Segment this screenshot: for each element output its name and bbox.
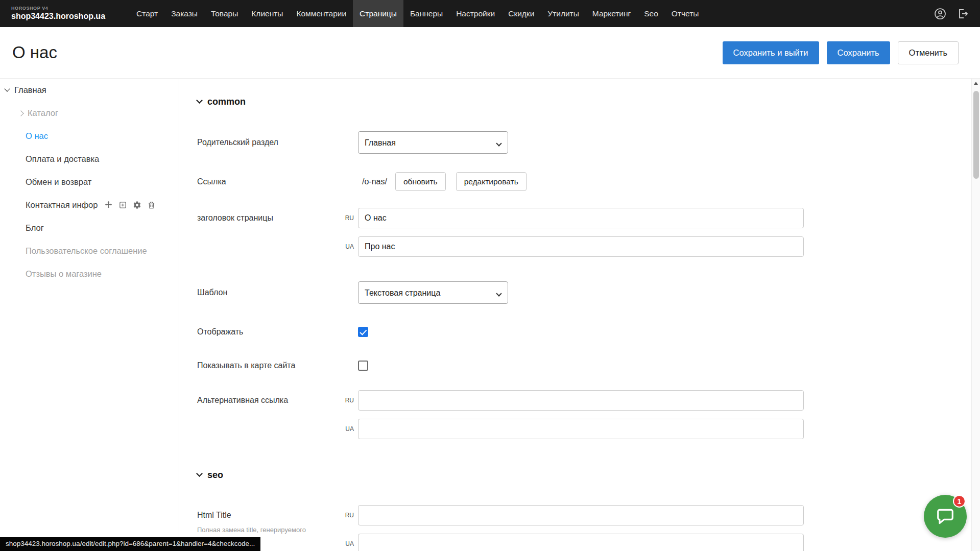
page-title-ru-input[interactable] — [358, 208, 804, 228]
sidebar-item-label: О нас — [26, 131, 48, 141]
link-label: Ссылка — [197, 177, 343, 186]
sidebar-item-label: Блог — [26, 223, 44, 233]
save-button[interactable]: Сохранить — [827, 41, 890, 64]
account-icon[interactable] — [934, 8, 946, 20]
template-select[interactable]: Текстовая страница — [358, 281, 508, 304]
section-common-label: common — [207, 97, 246, 107]
nav-item-orders[interactable]: Заказы — [164, 0, 204, 27]
status-url-tooltip: shop34423.horoshop.ua/edit/edit.php?id=6… — [0, 537, 260, 551]
nav-item-reports[interactable]: Отчеты — [665, 0, 706, 27]
brand-domain: shop34423.horoshop.ua — [11, 12, 105, 21]
page-header: О нас Сохранить и выйти Сохранить Отмени… — [0, 27, 980, 78]
nav-item-products[interactable]: Товары — [204, 0, 245, 27]
delete-icon[interactable] — [147, 201, 156, 209]
page-title-label: заголовок страницы — [197, 208, 343, 228]
sidebar-item-polzovatelskoe[interactable]: Пользовательское соглашение — [0, 239, 179, 262]
nav-item-discounts[interactable]: Скидки — [501, 0, 541, 27]
sidebar-item-label: Контактная инфор — [26, 200, 98, 210]
html-title-ru-input[interactable] — [358, 505, 804, 525]
logout-icon[interactable] — [957, 8, 969, 20]
sidebar-item-blog[interactable]: Блог — [0, 217, 179, 239]
sidebar-item-label: Отзывы о магазине — [26, 269, 102, 279]
html-title-ua-input[interactable] — [358, 534, 804, 551]
sidebar-item-glavnaya[interactable]: Главная — [0, 79, 179, 102]
link-value: /o-nas/ — [358, 177, 387, 186]
form-row-link: Ссылка /o-nas/ обновить редактировать — [197, 172, 971, 191]
sidebar-item-label: Обмен и возврат — [26, 177, 91, 187]
alt-link-ua-input[interactable] — [358, 419, 804, 439]
form-row-sitemap: Показывать в карте сайта — [197, 361, 971, 371]
form-row-parent-section: Родительский раздел Главная — [197, 131, 971, 154]
sidebar-item-otzyvy[interactable]: Отзывы о магазине — [0, 262, 179, 285]
pages-tree-sidebar: Главная Каталог О нас Оплата и доставка … — [0, 79, 179, 551]
sidebar-item-label: Оплата и доставка — [26, 154, 99, 164]
cancel-button[interactable]: Отменить — [898, 41, 959, 64]
scrollbar-up-arrow[interactable] — [972, 79, 980, 87]
add-icon[interactable] — [118, 201, 127, 209]
lang-label-ua: UA — [343, 425, 358, 433]
save-and-exit-button[interactable]: Сохранить и выйти — [723, 41, 819, 64]
lang-label-ua: UA — [343, 243, 358, 250]
sidebar-item-kontaktnaya[interactable]: Контактная инфор — [0, 194, 179, 217]
link-refresh-button[interactable]: обновить — [395, 172, 446, 191]
brand[interactable]: HOROSHOP V4 shop34423.horoshop.ua — [11, 0, 105, 27]
top-navigation: Старт Заказы Товары Клиенты Комментарии … — [130, 0, 705, 27]
scrollbar-thumb[interactable] — [973, 91, 979, 179]
lang-label-ua: UA — [343, 540, 358, 547]
vertical-scrollbar[interactable] — [971, 79, 980, 551]
nav-item-marketing[interactable]: Маркетинг — [586, 0, 637, 27]
content-area: Главная Каталог О нас Оплата и доставка … — [0, 78, 980, 551]
chevron-down-icon — [196, 470, 203, 477]
chevron-down-icon — [196, 97, 203, 104]
form-row-html-title: Html Title Полная замена title, генериру… — [197, 505, 971, 551]
sidebar-item-obmen[interactable]: Обмен и возврат — [0, 171, 179, 194]
page-title: О нас — [12, 43, 57, 62]
form-row-display: Отображать — [197, 327, 971, 337]
sidebar-item-o-nas[interactable]: О нас — [0, 125, 179, 148]
chat-unread-badge: 1 — [953, 495, 966, 508]
html-title-hint: Полная замена title, генерируемого — [197, 526, 343, 534]
settings-icon[interactable] — [133, 201, 141, 209]
sidebar-item-label: Пользовательское соглашение — [26, 246, 147, 256]
chevron-right-icon — [18, 110, 23, 116]
section-seo[interactable]: seo — [197, 469, 971, 481]
alt-link-ru-input[interactable] — [358, 390, 804, 411]
nav-item-seo[interactable]: Seo — [637, 0, 665, 27]
sidebar-item-katalog[interactable]: Каталог — [0, 102, 179, 125]
nav-item-pages[interactable]: Страницы — [353, 0, 403, 27]
sidebar-item-oplata[interactable]: Оплата и доставка — [0, 148, 179, 171]
nav-item-start[interactable]: Старт — [130, 0, 164, 27]
form-row-page-title: заголовок страницы RU UA — [197, 208, 971, 257]
sitemap-label: Показывать в карте сайта — [197, 361, 343, 370]
html-title-label: Html Title — [197, 505, 343, 525]
section-seo-label: seo — [207, 470, 223, 481]
page-edit-form: common Родительский раздел Главная Ссылк… — [180, 79, 971, 551]
page-title-ua-input[interactable] — [358, 236, 804, 257]
nav-item-settings[interactable]: Настройки — [449, 0, 501, 27]
sitemap-checkbox[interactable] — [358, 361, 368, 371]
link-edit-button[interactable]: редактировать — [456, 172, 527, 191]
nav-item-banners[interactable]: Баннеры — [403, 0, 449, 27]
section-common[interactable]: common — [197, 96, 971, 107]
topbar: HOROSHOP V4 shop34423.horoshop.ua Старт … — [0, 0, 980, 27]
nav-item-utilities[interactable]: Утилиты — [541, 0, 586, 27]
sidebar-item-label: Главная — [14, 85, 46, 95]
nav-item-clients[interactable]: Клиенты — [245, 0, 290, 27]
display-checkbox[interactable] — [358, 327, 368, 337]
sidebar-item-label: Каталог — [28, 108, 58, 118]
brand-version: HOROSHOP V4 — [11, 6, 105, 11]
display-label: Отображать — [197, 327, 343, 337]
chat-bubble-icon — [936, 507, 955, 526]
chat-widget-button[interactable]: 1 — [924, 495, 967, 538]
chevron-down-icon — [4, 86, 10, 91]
nav-item-comments[interactable]: Комментарии — [290, 0, 353, 27]
lang-label-ru: RU — [343, 214, 358, 222]
parent-section-select[interactable]: Главная — [358, 131, 508, 154]
move-icon[interactable] — [104, 201, 113, 209]
alt-link-label: Альтернативная ссылка — [197, 390, 343, 411]
parent-section-label: Родительский раздел — [197, 138, 343, 147]
lang-label-ru: RU — [343, 512, 358, 519]
form-row-template: Шаблон Текстовая страница — [197, 281, 971, 304]
template-label: Шаблон — [197, 288, 343, 297]
form-row-alt-link: Альтернативная ссылка RU UA — [197, 390, 971, 439]
